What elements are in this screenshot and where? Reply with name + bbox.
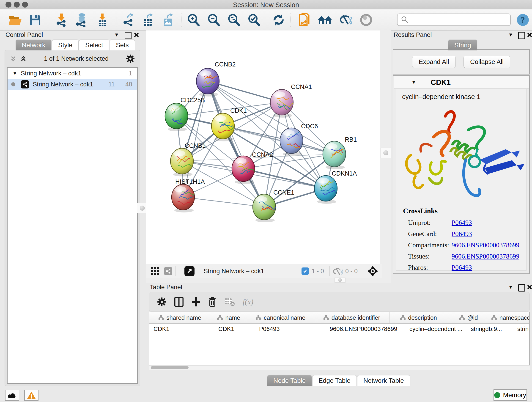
- memory-button[interactable]: Memory: [494, 389, 527, 401]
- zoom-out-button[interactable]: [205, 13, 222, 27]
- annotation-share-icon[interactable]: [164, 267, 172, 275]
- tab-string[interactable]: String: [448, 40, 477, 51]
- birdseye-grid-icon[interactable]: [150, 267, 159, 276]
- crosslink-link[interactable]: 9606.ENSP00000378699: [452, 253, 519, 260]
- table-panel-menu-icon[interactable]: ▼: [508, 285, 513, 290]
- open-in-window-icon[interactable]: [184, 266, 195, 276]
- table-panel-float-icon[interactable]: [518, 284, 525, 292]
- bottom-splitter[interactable]: [146, 278, 391, 283]
- function-builder-button[interactable]: f(x): [243, 298, 253, 306]
- results-panel-float-icon[interactable]: [518, 32, 525, 39]
- results-panel-close-icon[interactable]: [526, 32, 532, 38]
- crosslink-link[interactable]: P06493: [452, 230, 472, 238]
- fit-target-icon[interactable]: [367, 266, 378, 276]
- tab-network-table[interactable]: Network Table: [357, 375, 410, 386]
- column-header-canonical-name[interactable]: canonical name: [247, 312, 314, 323]
- zoom-fit-button[interactable]: [225, 13, 242, 27]
- cloud-button[interactable]: [5, 390, 19, 401]
- home-button[interactable]: [317, 13, 333, 27]
- node-CCNE1[interactable]: CCNE1: [253, 189, 294, 222]
- import-network-database-button[interactable]: [73, 13, 90, 27]
- gene-expand-icon[interactable]: ▼: [412, 80, 416, 85]
- table-cell[interactable]: P06493: [255, 324, 326, 334]
- help-button[interactable]: ?: [515, 13, 531, 27]
- delete-table-button[interactable]: [224, 298, 235, 306]
- collapse-all-button[interactable]: Collapse All: [463, 56, 510, 68]
- network-row[interactable]: String Network – cdk1 11 48: [7, 79, 137, 90]
- network-file-button[interactable]: [296, 13, 312, 27]
- crosslink-link[interactable]: P06493: [452, 219, 472, 226]
- tab-style[interactable]: Style: [52, 40, 79, 51]
- table-hscrollbar-thumb[interactable]: [151, 366, 189, 369]
- toolbar-search-field[interactable]: [397, 13, 511, 26]
- column-header-description[interactable]: description: [390, 312, 447, 323]
- column-header--id[interactable]: @id: [447, 312, 490, 323]
- delete-column-button[interactable]: [208, 297, 216, 307]
- node-CDKN1A[interactable]: CDKN1A: [314, 170, 357, 204]
- edge-CCNB2-CCNE1[interactable]: [208, 81, 264, 207]
- table-hscrollbar[interactable]: [149, 365, 530, 370]
- import-table-file-button[interactable]: [94, 13, 110, 27]
- column-header-database-identifier[interactable]: database identifier: [314, 312, 390, 323]
- node-CDC25B[interactable]: CDC25B: [165, 97, 205, 131]
- selected-checkbox-icon[interactable]: [302, 268, 309, 275]
- control-panel-float-icon[interactable]: [125, 32, 132, 39]
- node-CCNB2[interactable]: CCNB2: [196, 61, 236, 96]
- export-image-button[interactable]: [160, 13, 177, 27]
- add-column-button[interactable]: [191, 297, 201, 307]
- table-cell[interactable]: 9606.ENSP00000378699: [326, 324, 405, 334]
- save-session-button[interactable]: [27, 13, 44, 27]
- expand-all-chevrons-icon[interactable]: [10, 55, 17, 62]
- gear-icon[interactable]: [126, 54, 135, 63]
- node-table[interactable]: shared namenamecanonical namedatabase id…: [149, 312, 530, 370]
- control-panel-menu-icon[interactable]: ▼: [114, 32, 119, 37]
- results-panel-menu-icon[interactable]: ▼: [508, 32, 513, 37]
- collapse-all-chevrons-icon[interactable]: [20, 55, 27, 62]
- control-panel-close-icon[interactable]: [133, 32, 139, 38]
- show-graphics-details-button[interactable]: [358, 13, 374, 27]
- edge-HIST1H1A-CCNE1[interactable]: [183, 197, 264, 207]
- right-splitter-handle[interactable]: [380, 148, 391, 158]
- table-row[interactable]: CDK1CDK1P064939606.ENSP00000378699cyclin…: [149, 324, 529, 334]
- search-input[interactable]: [410, 16, 510, 24]
- hide-graphics-details-button[interactable]: [337, 13, 354, 27]
- node-CCNA1[interactable]: CCNA1: [270, 83, 312, 118]
- network-collection-row[interactable]: ▼ String Network – cdk1 1: [7, 68, 137, 79]
- gene-section-header[interactable]: ▼ CDK1: [394, 76, 529, 89]
- tab-network[interactable]: Network: [16, 40, 51, 51]
- table-cell[interactable]: stringdb:9...: [467, 324, 513, 334]
- node-CDK1[interactable]: CDK1: [211, 107, 247, 141]
- table-settings-button[interactable]: [157, 297, 167, 307]
- column-header-shared-name[interactable]: shared name: [149, 312, 210, 323]
- show-columns-button[interactable]: [174, 297, 184, 307]
- zoom-selected-button[interactable]: [246, 13, 262, 27]
- table-cell[interactable]: cyclin–dependent ...: [405, 324, 467, 334]
- hidden-eye-icon[interactable]: [333, 267, 343, 275]
- node-RB1[interactable]: RB1: [323, 136, 357, 169]
- table-cell[interactable]: stringdb: [513, 324, 530, 334]
- table-cell[interactable]: CDK1: [149, 324, 214, 334]
- column-header-namespace[interactable]: namespace: [490, 312, 530, 323]
- collection-expand-icon[interactable]: ▼: [13, 71, 17, 76]
- network-canvas[interactable]: CCNB2CCNA1CDC25BCDK1CDC6RB1CCNB1CCNA2CDK…: [146, 31, 380, 264]
- tab-node-table[interactable]: Node Table: [267, 375, 312, 386]
- export-network-button[interactable]: [120, 13, 137, 27]
- export-table-button[interactable]: [140, 13, 156, 27]
- edge-CDK1-RB1[interactable]: [223, 126, 334, 154]
- bottom-splitter-handle[interactable]: [335, 278, 346, 283]
- expand-all-button[interactable]: Expand All: [412, 56, 456, 68]
- crosslink-link[interactable]: P06493: [452, 264, 472, 271]
- column-header-name[interactable]: name: [210, 312, 247, 323]
- node-HIST1H1A[interactable]: HIST1H1A: [172, 178, 205, 212]
- warnings-button[interactable]: [24, 390, 38, 401]
- table-panel-close-icon[interactable]: [526, 284, 532, 290]
- tab-sets[interactable]: Sets: [110, 40, 135, 51]
- tab-select[interactable]: Select: [79, 40, 109, 51]
- tab-edge-table[interactable]: Edge Table: [312, 375, 357, 386]
- table-cell[interactable]: CDK1: [214, 324, 255, 334]
- import-network-file-button[interactable]: [53, 13, 70, 27]
- zoom-in-button[interactable]: [185, 13, 202, 27]
- open-session-button[interactable]: [7, 13, 23, 27]
- crosslink-link[interactable]: 9606.ENSP00000378699: [452, 241, 519, 249]
- apply-layout-button[interactable]: [270, 13, 287, 27]
